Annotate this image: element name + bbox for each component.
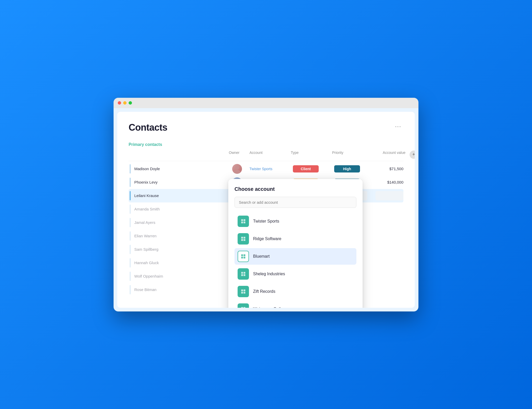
section-label: Primary contacts (129, 142, 403, 147)
priority-cell: High (330, 165, 371, 172)
contact-name-cell: Elian Warren (129, 231, 227, 241)
svg-rect-26 (241, 239, 243, 241)
svg-rect-33 (244, 272, 245, 274)
left-bar (130, 245, 131, 254)
add-column-button[interactable]: + (410, 151, 415, 159)
contact-name: Sam Spillberg (134, 247, 158, 251)
svg-rect-40 (241, 307, 243, 308)
left-bar (130, 272, 131, 281)
left-bar (130, 231, 131, 241)
search-input-wrap (234, 197, 356, 208)
contact-name-cell: Rose Bitman (129, 285, 227, 294)
contact-name-cell: Sam Spillberg (129, 245, 227, 254)
svg-rect-22 (241, 222, 243, 223)
contact-name-cell: Hannah Gluck (129, 258, 227, 268)
svg-rect-29 (244, 254, 245, 256)
dot-green[interactable] (129, 101, 132, 105)
contact-name-cell: Jamal Ayers (129, 218, 227, 227)
svg-rect-23 (244, 222, 245, 223)
page-header: Contacts ··· (129, 122, 403, 133)
account-value: $140,000 (371, 180, 408, 184)
account-icon-selected (238, 251, 249, 262)
contact-name-cell: Madison Doyle (129, 164, 227, 174)
account-item-bluemart[interactable]: Bluemart (234, 248, 356, 265)
account-item-ridge-software[interactable]: Ridge Software (234, 231, 356, 247)
svg-rect-24 (241, 237, 243, 239)
svg-rect-35 (244, 274, 245, 276)
empty-value (371, 191, 408, 200)
contact-name: Leilani Krause (134, 193, 159, 198)
account-item-waissman[interactable]: Waissman Gallery (234, 301, 356, 308)
left-bar (130, 204, 131, 214)
svg-rect-34 (241, 274, 243, 276)
browser-titlebar (114, 98, 418, 108)
account-icon (238, 216, 249, 227)
choose-account-dropdown: Choose account Twister Sports Ridge Soft… (228, 179, 363, 308)
account-item-name: Zift Records (253, 289, 275, 294)
app-content: Contacts ··· Primary contacts Owner Acco… (117, 112, 415, 308)
account-value: $71,500 (371, 167, 408, 171)
svg-rect-25 (244, 237, 245, 239)
svg-rect-31 (244, 257, 245, 258)
account-icon (238, 303, 249, 308)
svg-rect-37 (244, 289, 245, 291)
svg-rect-20 (241, 219, 243, 221)
left-bar (130, 178, 131, 187)
dot-red[interactable] (118, 101, 121, 105)
priority-badge: High (334, 165, 360, 172)
account-item-name: Twister Sports (253, 219, 279, 224)
col-owner: Owner (227, 151, 247, 159)
avatar-cell (227, 164, 247, 174)
table-row[interactable]: Madison Doyle Twister Sports Client High… (129, 162, 403, 176)
col-type: Type (289, 151, 330, 159)
account-link[interactable]: Twister Sports (247, 167, 289, 171)
left-bar (130, 285, 131, 294)
more-options-button[interactable]: ··· (393, 122, 403, 131)
account-item-zift[interactable]: Zift Records (234, 283, 356, 300)
account-list: Twister Sports Ridge Software Bluemart (234, 213, 356, 308)
contact-name: Elian Warren (134, 234, 157, 238)
account-icon (238, 233, 249, 245)
svg-rect-28 (241, 254, 243, 256)
contact-name-cell: Leilani Krause (129, 191, 227, 200)
svg-rect-27 (244, 239, 245, 241)
left-bar (130, 191, 131, 200)
page-title: Contacts (129, 122, 167, 133)
contact-name: Hannah Gluck (134, 261, 159, 265)
account-icon (238, 268, 249, 280)
svg-rect-36 (241, 289, 243, 291)
type-cell: Client (289, 165, 330, 172)
contact-name: Wolf Oppenhaim (134, 274, 163, 278)
col-value: Account value (371, 151, 408, 159)
browser-window: Contacts ··· Primary contacts Owner Acco… (114, 98, 418, 311)
account-item-twister-sports[interactable]: Twister Sports (234, 213, 356, 230)
contact-name-cell: Phoenix Levy (129, 178, 227, 187)
col-action: + (408, 151, 415, 159)
account-item-sheleg[interactable]: Sheleg Industries (234, 266, 356, 282)
account-item-name: Ridge Software (253, 237, 281, 241)
left-bar (130, 218, 131, 227)
account-item-name: Waissman Gallery (253, 307, 286, 308)
svg-rect-21 (244, 219, 245, 221)
col-account: Account (247, 151, 289, 159)
svg-rect-38 (241, 292, 243, 294)
table-header: Owner Account Type Priority Account valu… (129, 151, 403, 161)
left-bar (130, 258, 131, 268)
dot-yellow[interactable] (123, 101, 127, 105)
dropdown-title: Choose account (234, 186, 356, 192)
contact-name: Madison Doyle (134, 167, 160, 171)
contact-name-cell: Amanda Smith (129, 204, 227, 214)
col-priority: Priority (330, 151, 371, 159)
svg-point-1 (234, 170, 240, 174)
contact-name: Amanda Smith (134, 207, 160, 211)
account-item-name: Sheleg Industries (253, 272, 285, 276)
svg-rect-32 (241, 272, 243, 274)
search-input[interactable] (234, 197, 356, 208)
svg-point-0 (235, 166, 239, 170)
contact-name-cell: Wolf Oppenhaim (129, 272, 227, 281)
svg-rect-41 (244, 307, 245, 308)
contact-name: Rose Bitman (134, 287, 157, 292)
svg-rect-39 (244, 292, 245, 294)
avatar (232, 164, 242, 174)
account-item-name: Bluemart (253, 254, 270, 259)
